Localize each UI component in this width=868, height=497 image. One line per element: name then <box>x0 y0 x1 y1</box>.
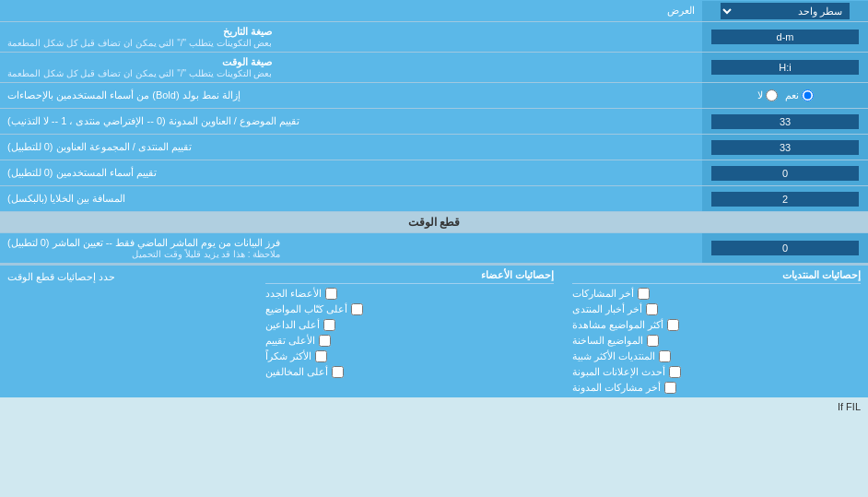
date-format-label: صيغة التاريخ بعض التكوينات يتطلب "/" الت… <box>0 22 702 52</box>
page-title: العرض <box>0 2 702 19</box>
forum-order-text: تقييم الموضوع / العناوين المدونة (0 -- ا… <box>7 115 299 127</box>
users-names-text: تقييم أسماء المستخدمين (0 للتطبيل) <box>7 167 157 179</box>
checkbox-forum-news: أخر أخبار المنتدى <box>572 303 861 315</box>
bold-yes-label[interactable]: نعم <box>785 89 814 101</box>
users-names-input-cell <box>702 160 868 185</box>
cell-spacing-label: المسافة بين الخلايا (بالبكسل) <box>0 186 702 211</box>
forum-news-checkbox[interactable] <box>646 303 658 315</box>
last-posts-checkbox[interactable] <box>638 288 650 300</box>
checkboxes-area: إحصائيات الأعضاء الأعضاء الجدد أعلى كتّا… <box>258 266 868 397</box>
top-rated-checkbox[interactable] <box>319 335 331 347</box>
checkbox-recent-announcements: أحدث الإعلانات المبونة <box>572 366 861 378</box>
time-format-label: صيغة الوقت بعض التكوينات يتطلب "/" التي … <box>0 53 702 82</box>
users-names-label: تقييم أسماء المستخدمين (0 للتطبيل) <box>0 160 702 185</box>
forum-news-label: أخر أخبار المنتدى <box>572 303 642 315</box>
display-select-cell: سطر واحد سطران <box>702 1 868 21</box>
cutoff-main-text: فرز البيانات من يوم الماشر الماضي فقط --… <box>7 237 280 248</box>
checkbox-blog-posts: أخر مشاركات المدونة <box>572 382 861 394</box>
cell-spacing-input-cell <box>702 186 868 211</box>
forum-order-label: تقييم الموضوع / العناوين المدونة (0 -- ا… <box>0 109 702 134</box>
bold-remove-label: إزالة نمط بولد (Bold) من أسماء المستخدمي… <box>0 83 702 108</box>
stats-label-text: حدد إحصائيات قطع الوقت <box>7 271 115 283</box>
checkbox-top-inviters: أعلى الداعين <box>265 319 554 331</box>
cell-spacing-text: المسافة بين الخلايا (بالبكسل) <box>7 193 126 205</box>
date-format-input[interactable] <box>711 30 859 44</box>
hot-topics-checkbox[interactable] <box>647 335 659 347</box>
top-violations-checkbox[interactable] <box>332 366 344 378</box>
most-thanked-label: الأكثر شكراً <box>265 350 311 362</box>
bottom-hint-text: If FIL <box>838 401 861 412</box>
time-format-input[interactable] <box>711 60 859 75</box>
forum-order-input[interactable] <box>711 114 859 129</box>
bold-no-text: لا <box>757 89 763 101</box>
cutoff-section-header: قطع الوقت <box>0 212 868 233</box>
bold-yes-text: نعم <box>785 89 799 101</box>
forum-group-text: تقييم المنتدى / المجموعة العناوين (0 للت… <box>7 141 192 153</box>
cutoff-label: فرز البيانات من يوم الماشر الماضي فقط --… <box>0 233 702 263</box>
top-inviters-label: أعلى الداعين <box>265 319 320 331</box>
date-format-title: صيغة التاريخ <box>223 26 272 37</box>
top-writers-label: أعلى كتّاب المواضيع <box>265 303 347 315</box>
cell-spacing-input[interactable] <box>711 192 859 207</box>
checkbox-top-writers: أعلى كتّاب المواضيع <box>265 303 554 315</box>
bold-remove-radio-cell: نعم لا <box>702 83 868 108</box>
most-viewed-label: أكثر المواضيع مشاهدة <box>572 319 663 331</box>
bold-no-label[interactable]: لا <box>757 89 778 101</box>
bold-yes-radio[interactable] <box>802 89 814 101</box>
cutoff-input-cell <box>702 233 868 263</box>
checkbox-hot-topics: المواضيع الساخنة <box>572 335 861 347</box>
stats-section: حدد إحصائيات قطع الوقت إحصائيات الأعضاء … <box>0 264 868 397</box>
recent-announcements-label: أحدث الإعلانات المبونة <box>572 366 665 378</box>
hot-topics-label: المواضيع الساخنة <box>572 335 643 347</box>
blog-posts-checkbox[interactable] <box>664 382 676 394</box>
checkbox-top-rated: الأعلى تقييم <box>265 335 554 347</box>
checkbox-top-violations: أعلى المخالفين <box>265 366 554 378</box>
checkbox-similar-forums: المنتديات الأكثر شبية <box>572 350 861 362</box>
new-members-checkbox[interactable] <box>325 288 337 300</box>
bold-remove-text: إزالة نمط بولد (Bold) من أسماء المستخدمي… <box>7 89 240 101</box>
cutoff-title: قطع الوقت <box>408 216 460 229</box>
similar-forums-checkbox[interactable] <box>659 350 671 362</box>
top-violations-label: أعلى المخالفين <box>265 366 328 378</box>
forums-stats-column: إحصائيات المنتديات أخر المشاركات أخر أخب… <box>572 269 861 394</box>
blog-posts-label: أخر مشاركات المدونة <box>572 382 661 394</box>
checkbox-most-thanked: الأكثر شكراً <box>265 350 554 362</box>
date-format-sublabel: بعض التكوينات يتطلب "/" التي يمكن ان تضا… <box>7 38 272 48</box>
forum-group-input-cell <box>702 135 868 160</box>
forum-group-label: تقييم المنتدى / المجموعة العناوين (0 للت… <box>0 135 702 160</box>
cutoff-input[interactable] <box>711 241 859 255</box>
bottom-hint: If FIL <box>0 397 868 416</box>
recent-announcements-checkbox[interactable] <box>669 366 681 378</box>
forum-order-input-cell <box>702 109 868 134</box>
top-writers-checkbox[interactable] <box>351 303 363 315</box>
checkbox-most-viewed: أكثر المواضيع مشاهدة <box>572 319 861 331</box>
last-posts-label: أخر المشاركات <box>572 288 634 300</box>
top-rated-label: الأعلى تقييم <box>265 335 315 347</box>
members-stats-header: إحصائيات الأعضاء <box>265 269 554 284</box>
stats-section-label: حدد إحصائيات قطع الوقت <box>0 266 258 397</box>
users-names-input[interactable] <box>711 166 859 181</box>
forums-stats-header: إحصائيات المنتديات <box>572 269 861 284</box>
forum-group-input[interactable] <box>711 140 859 155</box>
checkbox-last-posts: أخر المشاركات <box>572 288 861 300</box>
new-members-label: الأعضاء الجدد <box>265 288 322 300</box>
checkbox-new-members: الأعضاء الجدد <box>265 288 554 300</box>
cutoff-sub-text: ملاحظة : هذا قد يزيد قليلاً وقت التحميل <box>7 249 280 259</box>
time-format-sublabel: بعض التكوينات يتطلب "/" التي يمكن ان تضا… <box>7 68 272 78</box>
top-inviters-checkbox[interactable] <box>323 319 335 331</box>
members-stats-column: إحصائيات الأعضاء الأعضاء الجدد أعلى كتّا… <box>265 269 554 394</box>
similar-forums-label: المنتديات الأكثر شبية <box>572 350 655 362</box>
display-select[interactable]: سطر واحد سطران <box>721 3 850 19</box>
most-viewed-checkbox[interactable] <box>667 319 679 331</box>
bold-no-radio[interactable] <box>766 89 778 101</box>
time-format-title: صيغة الوقت <box>222 56 272 67</box>
most-thanked-checkbox[interactable] <box>315 350 327 362</box>
date-format-input-cell <box>702 22 868 52</box>
time-format-input-cell <box>702 53 868 82</box>
